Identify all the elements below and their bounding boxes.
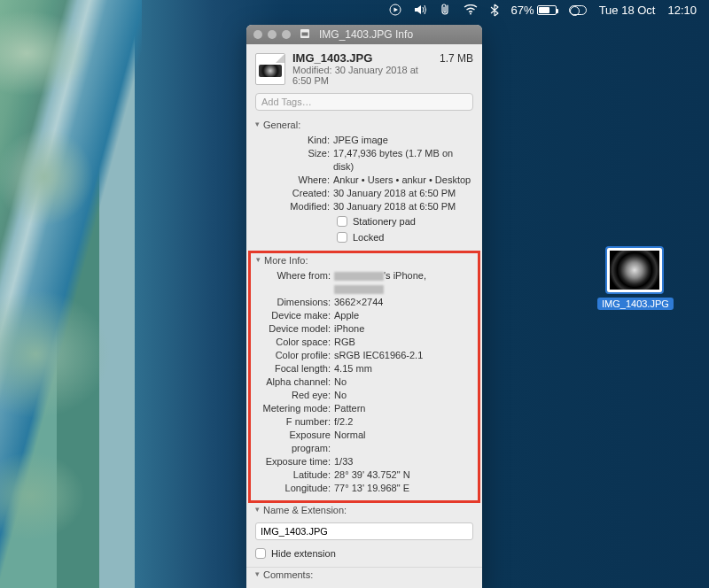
color-space-value: RGB xyxy=(334,336,472,349)
info-header: IMG_1403.JPG Modified: 30 January 2018 a… xyxy=(246,44,482,89)
checkbox-icon xyxy=(337,232,347,243)
svg-marker-1 xyxy=(393,8,398,12)
titlebar[interactable]: IMG_1403.JPG Info xyxy=(246,25,482,44)
dimensions-value: 3662×2744 xyxy=(334,296,472,309)
section-name-extension: ▾ Name & Extension: Hide extension xyxy=(246,503,482,567)
color-profile-value: sRGB IEC61966-2.1 xyxy=(334,349,472,362)
section-comments: ▾ Comments: xyxy=(246,567,482,588)
header-modified: Modified: 30 January 2018 at 6:50 PM xyxy=(292,65,432,86)
modified-value: 30 January 2018 at 6:50 PM xyxy=(333,200,473,213)
battery-icon xyxy=(537,5,557,15)
kind-value: JPEG image xyxy=(333,134,473,147)
focal-length-value: 4.15 mm xyxy=(334,362,472,375)
where-value: Ankur • Users • ankur • Desktop xyxy=(333,174,473,187)
comments-disclosure[interactable]: ▾ Comments: xyxy=(255,569,473,580)
red-eye-value: No xyxy=(334,389,472,402)
alpha-channel-value: No xyxy=(334,375,472,389)
hide-extension-row[interactable]: Hide extension xyxy=(255,545,473,561)
volume-icon[interactable] xyxy=(414,4,428,16)
file-thumbnail xyxy=(607,248,662,292)
metering-mode-value: Pattern xyxy=(334,402,472,415)
created-value: 30 January 2018 at 6:50 PM xyxy=(333,187,473,200)
locked-row[interactable]: Locked xyxy=(337,229,473,245)
menubar-date[interactable]: Tue 18 Oct xyxy=(599,4,656,17)
where-from-value: 's iPhone, xyxy=(334,269,472,296)
svg-rect-5 xyxy=(302,32,308,35)
device-make-value: Apple xyxy=(334,309,472,322)
f-number-value: f/2.2 xyxy=(334,415,472,429)
more-info-highlight: ▾ More Info: Where from:'s iPhone, Dimen… xyxy=(248,251,480,503)
bluetooth-icon[interactable] xyxy=(490,4,499,17)
chevron-down-icon: ▾ xyxy=(256,255,261,264)
control-center-icon[interactable] xyxy=(569,5,587,15)
desktop-file-label: IMG_1403.JPG xyxy=(597,298,674,310)
general-disclosure[interactable]: ▾ General: xyxy=(255,120,473,130)
stationery-pad-row[interactable]: Stationery pad xyxy=(337,213,473,229)
svg-point-3 xyxy=(470,13,471,15)
latitude-value: 28° 39' 43.752" N xyxy=(334,468,472,482)
tags-input[interactable]: Add Tags… xyxy=(255,93,473,111)
paperclip-icon[interactable] xyxy=(440,3,451,17)
name-ext-disclosure[interactable]: ▾ Name & Extension: xyxy=(255,505,473,515)
minimize-button[interactable] xyxy=(268,30,277,39)
menu-bar: 67% Tue 18 Oct 12:10 xyxy=(382,0,709,19)
chevron-down-icon: ▾ xyxy=(255,120,260,128)
close-button[interactable] xyxy=(253,30,262,39)
header-filename: IMG_1403.JPG xyxy=(292,51,432,65)
checkbox-icon xyxy=(337,216,347,227)
header-filesize: 1.7 MB xyxy=(440,52,473,65)
exposure-time-value: 1/33 xyxy=(334,455,472,468)
window-title: IMG_1403.JPG Info xyxy=(319,28,475,41)
menubar-time[interactable]: 12:10 xyxy=(667,4,697,17)
battery-percent: 67% xyxy=(511,4,534,17)
checkbox-icon xyxy=(255,548,266,559)
size-value: 17,47,936 bytes (1.7 MB on disk) xyxy=(333,147,473,174)
tags-placeholder: Add Tags… xyxy=(261,97,312,107)
wifi-icon[interactable] xyxy=(464,4,478,15)
svg-marker-2 xyxy=(415,5,421,14)
longitude-value: 77° 13' 19.968" E xyxy=(334,482,472,495)
desktop-file[interactable]: IMG_1403.JPG xyxy=(597,248,672,310)
chevron-down-icon: ▾ xyxy=(255,505,260,514)
section-general: ▾ General: Kind:JPEG image Size:17,47,93… xyxy=(246,118,482,251)
get-info-window: IMG_1403.JPG Info IMG_1403.JPG Modified:… xyxy=(246,25,482,588)
play-icon[interactable] xyxy=(389,4,401,16)
chevron-down-icon: ▾ xyxy=(255,569,260,578)
desktop-wallpaper xyxy=(0,0,142,588)
titlebar-proxy-icon xyxy=(300,28,310,42)
name-extension-input[interactable] xyxy=(255,522,473,540)
file-icon xyxy=(255,53,285,85)
exposure-program-value: Normal xyxy=(334,429,472,455)
device-model-value: iPhone xyxy=(334,322,472,336)
battery-status[interactable]: 67% xyxy=(511,4,557,17)
more-info-disclosure[interactable]: ▾ More Info: xyxy=(256,255,472,266)
zoom-button[interactable] xyxy=(282,30,291,39)
